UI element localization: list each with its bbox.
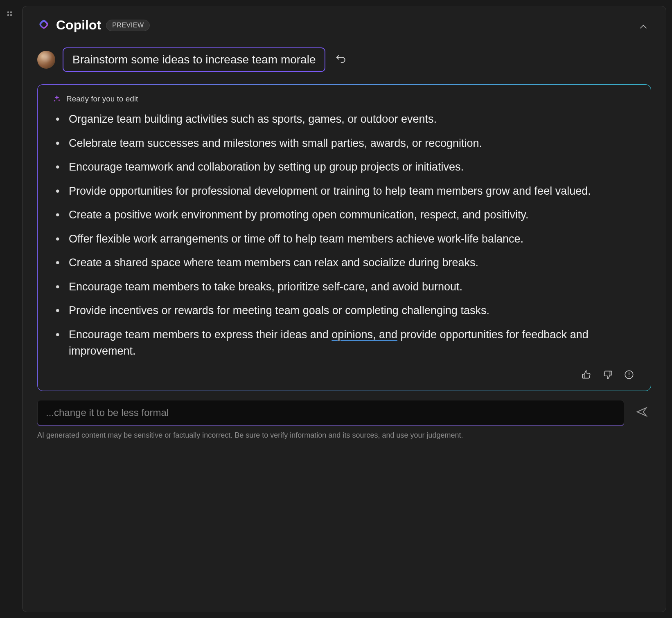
list-item: Create a shared space where team members… bbox=[54, 254, 638, 271]
ideas-list: Organize team building activities such a… bbox=[50, 111, 638, 360]
feedback-row bbox=[50, 367, 638, 382]
list-item: Organize team building activities such a… bbox=[54, 111, 638, 128]
thumbs-up-icon bbox=[581, 369, 592, 380]
chevron-up-icon bbox=[638, 22, 649, 32]
copilot-panel: Copilot PREVIEW Brainstorm some ideas to… bbox=[22, 6, 666, 612]
report-button[interactable] bbox=[624, 369, 634, 382]
send-icon bbox=[636, 406, 648, 418]
undo-icon bbox=[335, 53, 347, 65]
copilot-logo-icon bbox=[37, 19, 50, 32]
thumbs-down-icon bbox=[602, 369, 613, 380]
list-item: Offer flexible work arrangements or time… bbox=[54, 231, 638, 247]
undo-button[interactable] bbox=[333, 50, 350, 69]
response-card: Ready for you to edit Organize team buil… bbox=[37, 84, 651, 391]
user-avatar bbox=[37, 51, 55, 69]
list-item: Provide opportunities for professional d… bbox=[54, 183, 638, 200]
alert-circle-icon bbox=[624, 369, 634, 380]
list-item: Encourage teamwork and collaboration by … bbox=[54, 159, 638, 175]
thumbs-down-button[interactable] bbox=[602, 369, 613, 382]
collapse-button[interactable] bbox=[636, 19, 651, 36]
send-button[interactable] bbox=[632, 402, 651, 423]
preview-badge: PREVIEW bbox=[106, 20, 150, 31]
list-item: Encourage team members to express their … bbox=[54, 326, 638, 360]
list-item: Create a positive work environment by pr… bbox=[54, 207, 638, 223]
list-item: Celebrate team successes and milestones … bbox=[54, 135, 638, 152]
brand-title: Copilot bbox=[56, 18, 101, 33]
list-item: Provide incentives or rewards for meetin… bbox=[54, 302, 638, 319]
drag-handle-icon[interactable] bbox=[7, 11, 14, 18]
ready-label: Ready for you to edit bbox=[66, 94, 138, 103]
input-row bbox=[37, 400, 651, 425]
sparkle-icon bbox=[52, 94, 61, 103]
prompt-pill[interactable]: Brainstorm some ideas to increase team m… bbox=[63, 47, 325, 72]
ready-row: Ready for you to edit bbox=[50, 94, 638, 103]
panel-header: Copilot PREVIEW bbox=[23, 6, 666, 39]
grammar-underline[interactable]: opinions, and bbox=[331, 328, 397, 341]
ai-disclaimer: AI generated content may be sensitive or… bbox=[37, 431, 651, 440]
thumbs-up-button[interactable] bbox=[581, 369, 592, 382]
chat-input[interactable] bbox=[37, 400, 624, 425]
prompt-row: Brainstorm some ideas to increase team m… bbox=[23, 39, 666, 79]
svg-point-2 bbox=[629, 376, 629, 377]
list-item: Encourage team members to take breaks, p… bbox=[54, 279, 638, 295]
